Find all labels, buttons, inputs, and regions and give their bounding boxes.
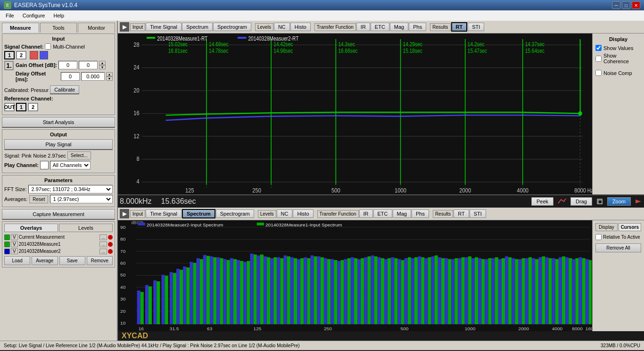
reset-btn[interactable]: Reset (29, 195, 48, 203)
nc-btn-bottom[interactable]: NC (277, 209, 293, 218)
overlays-tab[interactable]: Overlays (4, 224, 58, 232)
mag-btn-bottom[interactable]: Mag (393, 209, 411, 218)
display-tab[interactable]: Display (595, 223, 618, 231)
svg-rect-126 (300, 258, 304, 324)
svg-rect-181 (485, 259, 488, 324)
svg-text:500: 500 (331, 187, 340, 193)
sti-btn-top[interactable]: STI (468, 23, 484, 31)
multi-channel-checkbox[interactable] (45, 43, 51, 50)
svg-rect-95 (197, 258, 200, 324)
rt-btn-top[interactable]: RT (451, 22, 468, 32)
overlay-1-menu[interactable]: ... (99, 242, 107, 247)
phs-btn-bottom[interactable]: Phs (412, 209, 429, 218)
svg-rect-176 (468, 256, 471, 324)
start-analysis-btn[interactable]: Start Analysis (2, 117, 115, 128)
remove-all-btn[interactable]: Remove All (595, 243, 641, 252)
gain-up[interactable]: ▲ (99, 61, 106, 65)
svg-rect-200 (549, 258, 552, 324)
overlay-0-menu[interactable]: ... (99, 234, 107, 240)
svg-rect-191 (519, 259, 522, 324)
etc-btn-top[interactable]: ETC (371, 23, 389, 31)
delay-down[interactable]: ▼ (106, 76, 113, 81)
tab-measure[interactable]: Measure (2, 23, 39, 33)
spectrum-btn-bottom[interactable]: Spectrum (182, 209, 215, 218)
overlay-0-v[interactable]: V (11, 234, 18, 240)
channel1-box[interactable]: 1 (4, 51, 15, 59)
menu-file[interactable]: File (2, 12, 18, 19)
spectrogram-btn-top[interactable]: Spectrogram (213, 23, 251, 31)
svg-text:63: 63 (207, 326, 213, 331)
zoom-btn[interactable]: Zoom (607, 197, 631, 206)
play-signal-btn[interactable]: Play Signal (4, 139, 113, 150)
show-values-checkbox[interactable] (595, 45, 602, 51)
channel2-box[interactable]: 2 (16, 51, 26, 59)
ir-btn-top[interactable]: IR (356, 23, 370, 31)
input-group-label-bottom: Input (130, 210, 145, 218)
phs-btn-top[interactable]: Phs (409, 23, 426, 31)
noise-comp-checkbox[interactable] (595, 70, 602, 76)
cursors-tab[interactable]: Cursors (619, 223, 641, 231)
tab-monitor[interactable]: Monitor (78, 23, 115, 33)
ir-btn-bottom[interactable]: IR (359, 209, 373, 218)
spectrogram-btn-bottom[interactable]: Spectrogram (216, 209, 254, 218)
save-btn[interactable]: Save (59, 256, 85, 265)
spectrum-btn-top[interactable]: Spectrum (182, 23, 213, 31)
show-coherence-checkbox[interactable] (595, 56, 602, 62)
bottom-nav-left[interactable]: ▶ (120, 209, 129, 218)
close-btn[interactable]: ✕ (632, 1, 640, 9)
sti-btn-bottom[interactable]: STI (470, 209, 486, 218)
delay-up[interactable]: ▲ (106, 72, 113, 76)
svg-text:90: 90 (120, 225, 126, 230)
load-btn[interactable]: Load (4, 256, 30, 265)
select-btn[interactable]: Select... (67, 151, 91, 159)
calibrate-btn[interactable]: Calibrate (50, 85, 79, 94)
histo-btn-bottom[interactable]: Histo (293, 209, 313, 218)
levels-toolbar-group-bottom: Levels NC Histo (258, 209, 314, 218)
delay-val2-input[interactable] (81, 72, 105, 81)
relative-checkbox[interactable] (595, 234, 602, 240)
ref-out-box[interactable]: OUT (4, 103, 15, 111)
histo-btn-top[interactable]: Histo (290, 23, 311, 31)
overlay-2-v[interactable]: V (11, 248, 18, 254)
time-signal-btn-bottom[interactable]: Time Signal (146, 209, 182, 218)
rt-btn-bottom[interactable]: RT (454, 209, 469, 218)
output-section: Output Play Signal Signal: Pink Noise 2.… (2, 129, 115, 173)
remove-btn[interactable]: Remove (87, 256, 113, 265)
tab-tools[interactable]: Tools (40, 23, 77, 33)
play-channel-select[interactable]: All Channels (50, 161, 91, 169)
overlay-2-menu[interactable]: ... (99, 249, 107, 254)
gain-val1-input[interactable] (58, 61, 77, 69)
avg-select[interactable]: 1 (2.97sec) (50, 195, 113, 203)
menu-configure[interactable]: Configure (19, 12, 49, 19)
etc-btn-bottom[interactable]: ETC (373, 209, 392, 218)
drag-btn[interactable]: Drag (570, 197, 592, 206)
capture-btn[interactable]: Capture Measurement (2, 209, 115, 220)
delay-spin[interactable]: ▲ ▼ (106, 72, 113, 81)
gain-spin[interactable]: ▲ ▼ (99, 61, 106, 69)
svg-text:8000: 8000 (572, 326, 583, 331)
gain-val2-input[interactable] (79, 61, 98, 69)
time-signal-btn-top[interactable]: Time Signal (146, 23, 182, 31)
menu-help[interactable]: Help (50, 12, 68, 19)
svg-text:14.3sec: 14.3sec (338, 41, 355, 47)
levels-tab[interactable]: Levels (59, 224, 113, 232)
delay-val1-input[interactable] (61, 72, 80, 81)
top-x-spacer (118, 193, 592, 194)
ref-ch1-box[interactable]: 1 (16, 103, 26, 111)
peek-btn[interactable]: Peek (531, 197, 553, 206)
watermark: XYCAD (122, 332, 148, 340)
svg-rect-161 (418, 256, 421, 324)
minimize-btn[interactable]: ─ (612, 1, 620, 9)
gain-down[interactable]: ▼ (99, 65, 106, 69)
svg-text:15.18sec: 15.18sec (403, 48, 423, 54)
maximize-btn[interactable]: □ (622, 1, 630, 9)
top-nav-left[interactable]: ▶ (120, 22, 129, 32)
mag-btn-top[interactable]: Mag (390, 23, 408, 31)
nc-btn-top[interactable]: NC (274, 23, 290, 31)
svg-rect-162 (421, 257, 424, 324)
overlay-1-v[interactable]: V (11, 241, 18, 247)
average-btn[interactable]: Average (32, 256, 58, 265)
fft-size-select[interactable]: 2.97sec; 131072 ; 0.34Hz (28, 185, 113, 193)
ref-ch2-box[interactable]: 2 (28, 103, 38, 111)
svg-rect-129 (310, 255, 314, 324)
